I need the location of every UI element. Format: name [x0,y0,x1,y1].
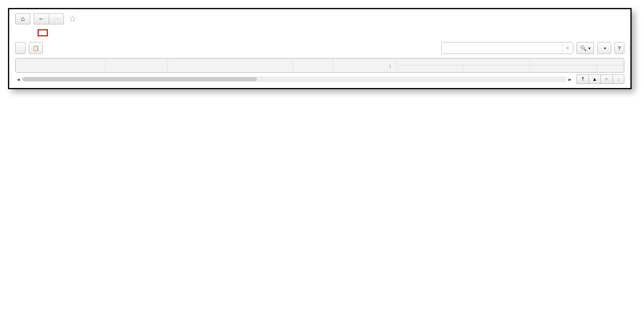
home-icon: ⌂ [21,15,25,22]
more-actions-button[interactable]: ▾ [597,42,611,54]
scroll-left-arrow[interactable]: ◀ [15,77,22,82]
scroll-right-arrow[interactable]: ▶ [567,77,573,82]
last-page-button[interactable]: ⤓ [612,74,624,84]
star-icon[interactable]: ☆ [69,14,77,24]
tab-accounts[interactable] [38,29,48,36]
chevron-down-icon: ▾ [588,46,590,50]
arrow-left-icon: ← [38,15,45,22]
horizontal-scrollbar[interactable] [22,76,567,82]
sort-arrow-icon: ↓ [389,62,392,69]
first-page-button[interactable]: ⤒ [576,74,588,84]
col-account[interactable] [396,66,463,72]
col-group-income[interactable] [530,59,624,66]
copy-icon: 📋 [32,45,39,51]
help-button[interactable]: ? [614,42,624,54]
accounts-table[interactable]: ↓ [16,58,624,72]
col-warehouse-type[interactable]: ↓ [333,59,396,72]
arrow-right-icon: → [53,15,60,22]
col-organization[interactable] [16,59,106,72]
search-input[interactable] [442,42,562,54]
prev-page-button[interactable]: ▲ [588,74,600,84]
forward-button[interactable]: → [49,13,64,24]
next-page-button[interactable]: ▼ [600,74,612,84]
home-button[interactable]: ⌂ [15,13,30,24]
search-options-button[interactable]: 🔍 ▾ [576,42,594,54]
magnifier-icon: 🔍 [580,45,587,51]
col-group-accounts[interactable] [396,59,530,66]
col-nomenclature[interactable] [105,59,168,72]
chevron-down-icon: ▾ [604,46,606,50]
clear-search-button[interactable]: × [562,42,573,54]
col-transfer-account[interactable] [463,66,530,72]
create-button[interactable] [15,42,26,54]
back-button[interactable]: ← [34,13,49,24]
col-item-type[interactable] [168,59,293,72]
scrollbar-thumb[interactable] [22,77,257,81]
col-income-account[interactable] [530,66,597,72]
col-expense-account[interactable] [597,66,624,72]
copy-button[interactable]: 📋 [29,42,43,54]
col-warehouse[interactable] [293,59,333,72]
search-box[interactable]: × [441,42,573,54]
